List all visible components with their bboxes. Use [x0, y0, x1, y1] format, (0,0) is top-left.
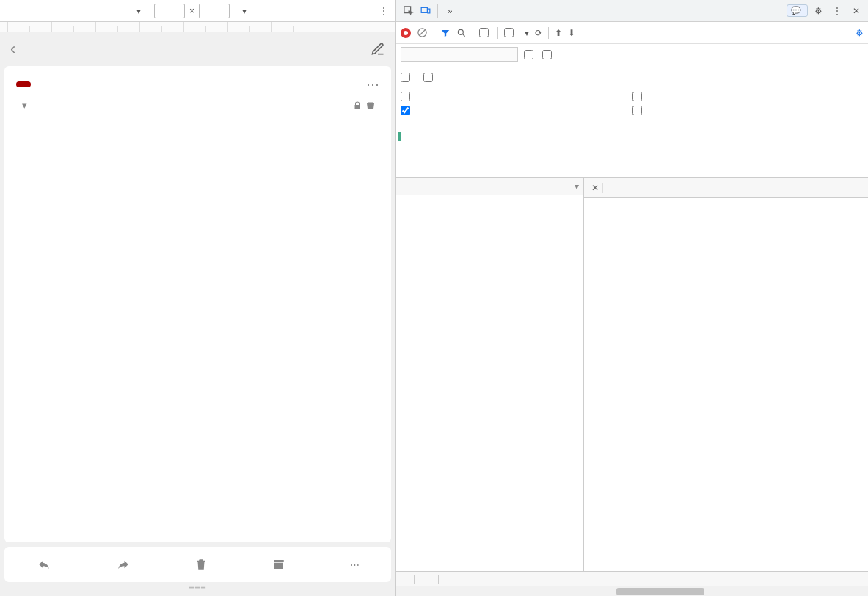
request-list: ▾ — [396, 178, 584, 571]
show-overview-checkbox[interactable] — [401, 106, 632, 115]
email-card: ⋯ ▾ — [4, 66, 391, 542]
device-mode-icon[interactable] — [417, 2, 434, 20]
upload-har-icon[interactable]: ⬆ — [555, 28, 562, 38]
download-har-icon[interactable]: ⬇ — [568, 28, 575, 38]
record-button[interactable] — [401, 28, 411, 38]
drag-handle[interactable]: ━━━ — [4, 584, 391, 592]
height-input[interactable] — [199, 4, 230, 18]
forward-button[interactable] — [115, 558, 131, 571]
back-button[interactable]: ‹ — [10, 40, 15, 59]
email-header: ‹ — [4, 37, 391, 62]
settings-icon[interactable]: ⚙ — [809, 2, 827, 20]
svg-point-4 — [458, 29, 463, 34]
filter-toggle-icon[interactable] — [440, 28, 451, 38]
clear-button[interactable] — [417, 27, 428, 38]
devtools-tab-bar: » 💬 ⚙ ⋮ ✕ — [396, 0, 868, 22]
times-separator: × — [189, 6, 194, 16]
attachment-icon — [366, 101, 375, 110]
group-by-frame-checkbox[interactable] — [632, 92, 864, 101]
network-settings-icon[interactable]: ⚙ — [856, 28, 864, 38]
reply-button[interactable] — [36, 558, 52, 571]
devtools-menu-icon[interactable]: ⋮ — [828, 2, 846, 20]
name-column-header[interactable]: ▾ — [396, 178, 583, 195]
zoom-dropdown[interactable]: ▾ — [240, 6, 247, 16]
network-toolbar: ▾ ⟳ ⬆ ⬇ ⚙ — [396, 22, 868, 44]
disable-cache-checkbox[interactable] — [504, 28, 517, 37]
more-actions-button[interactable]: ⋯ — [350, 559, 360, 570]
close-detail-button[interactable]: ✕ — [587, 183, 603, 193]
svg-rect-2 — [428, 9, 430, 13]
svg-rect-1 — [421, 7, 427, 12]
third-party-checkbox[interactable] — [423, 73, 436, 82]
network-status-bar — [396, 571, 868, 586]
preview-json[interactable] — [584, 198, 868, 571]
capture-screenshots-checkbox[interactable] — [632, 106, 864, 115]
dimensions-dropdown[interactable]: ▾ — [134, 6, 141, 16]
device-toolbar: ▾ × ▾ ⋮ — [0, 0, 395, 22]
timeline-overview[interactable] — [396, 120, 868, 178]
search-icon[interactable] — [456, 28, 467, 38]
large-rows-checkbox[interactable] — [401, 92, 632, 101]
detail-panel: ✕ — [584, 178, 868, 571]
ruler — [0, 22, 395, 32]
request-type-filter — [396, 65, 868, 71]
archive-button[interactable] — [271, 558, 287, 571]
action-bar: ⋯ — [4, 547, 391, 582]
delete-button[interactable] — [194, 557, 208, 572]
throttling-dropdown[interactable]: ▾ — [522, 28, 529, 38]
hide-data-urls-checkbox[interactable] — [542, 50, 555, 59]
blocked-requests-checkbox[interactable] — [401, 73, 413, 82]
sort-icon: ▾ — [575, 181, 579, 192]
width-input[interactable] — [154, 4, 185, 18]
tabs-overflow-icon[interactable]: » — [441, 2, 459, 20]
network-conditions-icon[interactable]: ⟳ — [535, 28, 542, 38]
filter-input[interactable] — [401, 47, 518, 62]
preserve-log-checkbox[interactable] — [479, 28, 492, 37]
issues-badge[interactable]: 💬 — [787, 4, 808, 17]
compose-button[interactable] — [371, 42, 385, 57]
horizontal-scrollbar[interactable] — [396, 586, 868, 596]
device-more-button[interactable]: ⋮ — [376, 3, 391, 19]
invert-checkbox[interactable] — [524, 50, 536, 59]
email-more-button[interactable]: ⋯ — [366, 76, 379, 92]
filter-row — [396, 44, 868, 65]
to-expand-icon[interactable]: ▾ — [22, 100, 27, 111]
sender-badge — [16, 81, 31, 87]
close-devtools-icon[interactable]: ✕ — [847, 2, 865, 20]
lock-icon — [353, 101, 362, 110]
inspect-icon[interactable] — [399, 2, 417, 20]
